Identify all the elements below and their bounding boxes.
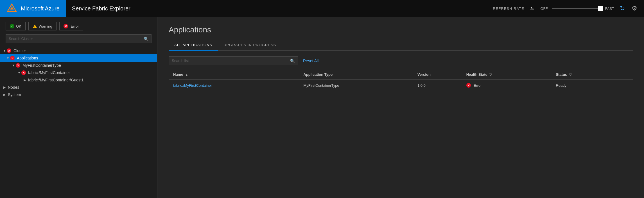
- guest1-arrow: ▶: [22, 78, 27, 82]
- system-arrow: ▶: [2, 92, 7, 97]
- cell-name: fabric:/MyFirstContainer: [169, 80, 299, 91]
- myfirstcontainertype-arrow: ▼: [11, 63, 16, 68]
- ok-filter-button[interactable]: ✓ OK: [6, 22, 26, 30]
- app-header: Microsoft Azure Service Fabric Explorer …: [0, 0, 644, 17]
- ok-icon: ✓: [10, 24, 14, 28]
- applications-label: Applications: [17, 56, 38, 60]
- col-header-status: Status ▽: [551, 70, 633, 80]
- col-header-type: Application Type: [299, 70, 413, 80]
- ok-label: OK: [16, 24, 21, 28]
- tree-item-myfirstcontainer[interactable]: ▼ ✕ fabric:/MyFirstContainer: [0, 69, 157, 76]
- health-filter-icon: ▽: [489, 73, 492, 76]
- tab-all-applications[interactable]: ALL APPLICATIONS: [169, 40, 218, 51]
- col-header-name: Name ▲: [169, 70, 299, 80]
- cluster-label: Cluster: [13, 48, 26, 53]
- cluster-arrow: ▼: [2, 48, 7, 53]
- page-title: Applications: [169, 25, 633, 34]
- cluster-search-input[interactable]: [6, 35, 141, 43]
- cluster-search-button[interactable]: 🔍: [141, 35, 151, 43]
- list-search-icon: 🔍: [290, 59, 295, 63]
- settings-button[interactable]: ⚙: [631, 4, 638, 13]
- tree-item-applications[interactable]: ▼ ✕ Applications: [0, 54, 157, 62]
- azure-logo-icon: [7, 3, 17, 14]
- warning-filter-button[interactable]: ! Warning: [28, 22, 57, 30]
- warning-icon: !: [33, 24, 37, 28]
- cluster-error-icon: ✕: [7, 48, 11, 53]
- fast-label: FAST: [605, 6, 614, 11]
- brand-text: Microsoft Azure: [21, 5, 60, 12]
- name-sort-icon: ▲: [185, 73, 188, 76]
- cell-health: ✕ Error: [462, 80, 552, 91]
- myfirstcontainertype-error-icon: ✕: [16, 63, 20, 68]
- app-link[interactable]: fabric:/MyFirstContainer: [173, 83, 212, 88]
- cell-version: 1.0.0: [413, 80, 462, 91]
- table-row: fabric:/MyFirstContainer MyFirstContaine…: [169, 80, 633, 91]
- list-controls: 🔍 Reset All: [169, 56, 633, 65]
- app-title: Service Fabric Explorer: [72, 5, 493, 12]
- refresh-rate-value: 2s: [530, 6, 534, 11]
- reset-all-button[interactable]: Reset All: [302, 59, 320, 63]
- status-filter-buttons: ✓ OK ! Warning ✕ Error: [0, 17, 157, 34]
- myfirstcontainer-arrow: ▼: [17, 70, 21, 75]
- refresh-off-label: OFF: [540, 6, 548, 11]
- svg-text:!: !: [34, 25, 35, 28]
- nodes-label: Nodes: [8, 85, 19, 90]
- main-content: Applications ALL APPLICATIONS UPGRADES I…: [157, 17, 644, 198]
- slider-thumb: [598, 6, 603, 11]
- refresh-icon: ↻: [620, 5, 625, 12]
- tree-item-myfirstcontainertype[interactable]: ▼ ✕ MyFirstContainerType: [0, 62, 157, 69]
- applications-error-icon: ✕: [10, 56, 15, 60]
- col-header-version: Version: [413, 70, 462, 80]
- nodes-arrow: ▶: [2, 85, 7, 90]
- refresh-rate-label: REFRESH RATE: [493, 6, 524, 11]
- list-search-input[interactable]: [169, 57, 287, 65]
- row-error-icon: ✕: [466, 83, 471, 88]
- cluster-tree: ▼ ✕ Cluster ▼ ✕ Applications ▼ ✕ MyFirst…: [0, 47, 157, 198]
- main-layout: ✓ OK ! Warning ✕ Error 🔍: [0, 17, 644, 198]
- error-label: Error: [71, 24, 79, 28]
- status-filter-icon: ▽: [569, 73, 571, 76]
- system-label: System: [8, 92, 21, 97]
- cell-status: Ready: [551, 80, 633, 91]
- tab-bar: ALL APPLICATIONS UPGRADES IN PROGRESS: [169, 40, 633, 51]
- error-icon: ✕: [64, 24, 68, 28]
- health-state-text: Error: [474, 83, 482, 88]
- settings-icon: ⚙: [632, 5, 637, 12]
- applications-table: Name ▲ Application Type Version Health S…: [169, 70, 633, 91]
- tab-upgrades-in-progress[interactable]: UPGRADES IN PROGRESS: [218, 40, 282, 51]
- cluster-search-box[interactable]: 🔍: [6, 34, 152, 43]
- refresh-button[interactable]: ↻: [619, 4, 626, 13]
- col-header-health: Health State ▽: [462, 70, 552, 80]
- applications-arrow: ▼: [6, 56, 10, 60]
- error-filter-button[interactable]: ✕ Error: [59, 22, 83, 30]
- list-search-button[interactable]: 🔍: [287, 57, 298, 65]
- header-controls: REFRESH RATE 2s OFF FAST ↻ ⚙: [493, 4, 638, 13]
- list-search-box[interactable]: 🔍: [169, 56, 298, 65]
- tree-item-guest1[interactable]: ▶ fabric:/MyFirstContainer/Guest1: [0, 76, 157, 84]
- myfirstcontainertype-label: MyFirstContainerType: [22, 63, 61, 68]
- brand-area: Microsoft Azure: [0, 0, 66, 17]
- table-header-row: Name ▲ Application Type Version Health S…: [169, 70, 633, 80]
- refresh-slider[interactable]: FAST: [552, 6, 614, 11]
- warning-label: Warning: [39, 24, 52, 28]
- slider-track: [552, 8, 603, 9]
- search-icon: 🔍: [144, 37, 148, 41]
- tree-item-system[interactable]: ▶ System: [0, 91, 157, 98]
- tree-item-nodes[interactable]: ▶ Nodes: [0, 84, 157, 91]
- svg-point-2: [11, 8, 13, 10]
- cell-type: MyFirstContainerType: [299, 80, 413, 91]
- sidebar: ✓ OK ! Warning ✕ Error 🔍: [0, 17, 157, 198]
- myfirstcontainer-error-icon: ✕: [21, 70, 26, 75]
- guest1-label: fabric:/MyFirstContainer/Guest1: [28, 78, 84, 82]
- tree-item-cluster[interactable]: ▼ ✕ Cluster: [0, 47, 157, 54]
- myfirstcontainer-label: fabric:/MyFirstContainer: [28, 70, 70, 75]
